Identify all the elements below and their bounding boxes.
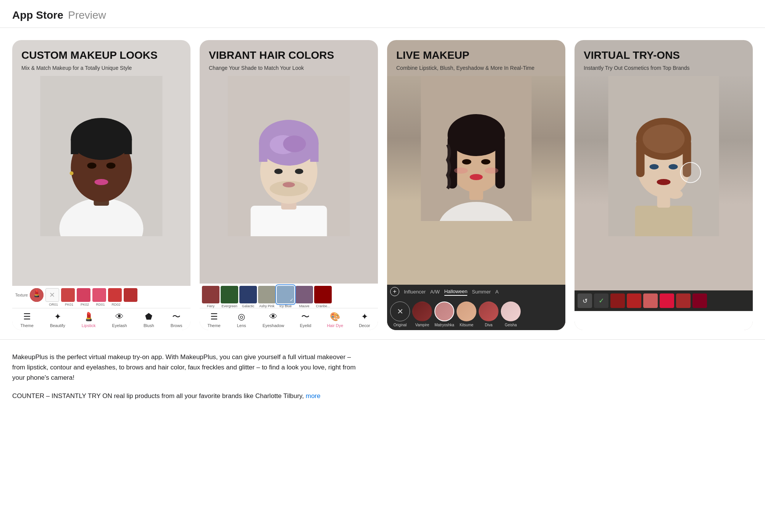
toolbar-2-hairdye[interactable]: 🎨 Hair Dye bbox=[327, 311, 343, 328]
decor-icon: ✦ bbox=[359, 311, 370, 322]
swatch-galactic[interactable]: Galactic bbox=[239, 286, 257, 308]
swatch-rd02[interactable] bbox=[124, 288, 137, 302]
label-rd01: RD01 bbox=[94, 303, 107, 306]
card-2-subtitle: Change Your Shade to Match Your Look bbox=[209, 64, 369, 71]
swatch-or01[interactable] bbox=[61, 288, 75, 302]
svg-point-7 bbox=[87, 163, 97, 169]
card-1-title: CUSTOM MAKEUP LOOKS bbox=[21, 49, 181, 61]
preset-kitsume[interactable]: Kitsume bbox=[457, 301, 476, 327]
toolbar-beautify[interactable]: ✦ Beautify bbox=[50, 311, 65, 328]
swatch-cranberry[interactable]: Cranbe... bbox=[314, 286, 332, 308]
card-3-title: LIVE MAKEUP bbox=[396, 49, 556, 61]
card-4-text-area: VIRTUAL TRY-ONS Instantly Try Out Cosmet… bbox=[575, 40, 753, 76]
toolbar-2-eyeshadow[interactable]: 👁 Eyeshadow bbox=[263, 311, 284, 328]
tab-summer[interactable]: Summer bbox=[472, 288, 491, 295]
swatch-rd01[interactable] bbox=[108, 288, 122, 302]
plus-button[interactable]: + bbox=[390, 287, 399, 296]
swatch-ashy-pink-label: Ashy Pink bbox=[259, 304, 274, 308]
swatch-mauve[interactable]: Mauve bbox=[295, 286, 313, 308]
card-3-subtitle: Combine Lipstick, Blush, Eyeshadow & Mor… bbox=[396, 64, 556, 71]
blush-icon: ⬟ bbox=[144, 311, 154, 322]
eyeshadow-label: Eyeshadow bbox=[263, 323, 284, 328]
tryon-swatches-area: ↺ ✓ bbox=[575, 290, 753, 311]
tab-influencer[interactable]: Influencer bbox=[404, 288, 426, 295]
toolbar-2-decor[interactable]: ✦ Decor bbox=[359, 311, 370, 328]
toolbar-blush[interactable]: ⬟ Blush bbox=[144, 311, 154, 328]
svg-point-47 bbox=[669, 164, 678, 169]
card-1-subtitle: Mix & Match Makeup for a Totally Unique … bbox=[21, 64, 181, 71]
tryon-undo-button[interactable]: ↺ bbox=[578, 293, 592, 308]
card-2-hairdye-area: Fiery Evergreen Galactic Ashy Pink ✓ bbox=[200, 284, 378, 308]
svg-rect-32 bbox=[495, 135, 505, 189]
tryon-swatch-3[interactable] bbox=[643, 293, 658, 308]
svg-point-35 bbox=[470, 174, 483, 180]
theme-icon: ☰ bbox=[22, 311, 32, 322]
card-4-subtitle: Instantly Try Out Cosmetics from Top Bra… bbox=[584, 64, 744, 71]
svg-point-24 bbox=[295, 169, 303, 174]
swatch-fiery-label: Fiery bbox=[207, 304, 215, 308]
card-1-swatches-area: Texture 💄 ✕ OR01 PK01 PK02 RD01 RD02 bbox=[12, 286, 190, 308]
preset-cancel[interactable]: ✕ Original bbox=[390, 301, 410, 327]
tryon-swatch-6[interactable] bbox=[692, 293, 707, 308]
preset-vampire[interactable]: Vampire bbox=[412, 301, 432, 327]
app-store-label: App Store bbox=[12, 9, 63, 21]
card-2-toolbar: ☰ Theme ◎ Lens 👁 Eyeshadow 〜 Eyelid 🎨 Ha… bbox=[200, 308, 378, 330]
svg-rect-5 bbox=[71, 139, 79, 154]
svg-rect-43 bbox=[636, 139, 645, 177]
more-link[interactable]: more bbox=[306, 392, 321, 400]
swatch-icy-blue[interactable]: ✓ Icy Blue bbox=[277, 286, 294, 308]
toolbar-2-theme[interactable]: ☰ Theme bbox=[207, 311, 220, 328]
toolbar-theme[interactable]: ☰ Theme bbox=[21, 311, 34, 328]
toolbar-2-lens[interactable]: ◎ Lens bbox=[236, 311, 247, 328]
live-tab-bar: + Influencer A/W Halloween Summer A bbox=[387, 285, 565, 298]
eyelid-icon: 〜 bbox=[300, 311, 311, 322]
swatch-cranberry-label: Cranbe... bbox=[316, 304, 330, 308]
tab-halloween[interactable]: Halloween bbox=[444, 288, 468, 296]
swatch-ashy-pink[interactable]: Ashy Pink bbox=[258, 286, 276, 308]
svg-point-23 bbox=[274, 169, 283, 174]
card-1-text-area: CUSTOM MAKEUP LOOKS Mix & Match Makeup f… bbox=[12, 40, 190, 76]
cancel-preset-button[interactable]: ✕ bbox=[390, 301, 410, 321]
matryoshka-thumb bbox=[434, 301, 454, 321]
card-2-image bbox=[200, 76, 378, 284]
tryon-check-button[interactable]: ✓ bbox=[594, 293, 608, 308]
person-image-4 bbox=[575, 76, 753, 236]
lipstick-icon-swatch[interactable]: 💄 bbox=[30, 288, 44, 302]
svg-point-9 bbox=[95, 179, 108, 185]
svg-rect-19 bbox=[259, 143, 268, 162]
swatch-evergreen[interactable]: Evergreen bbox=[221, 286, 238, 308]
swatch-pk02[interactable] bbox=[92, 288, 106, 302]
svg-point-33 bbox=[462, 159, 471, 164]
tryon-swatch-1[interactable] bbox=[610, 293, 625, 308]
swatch-pk01[interactable] bbox=[77, 288, 90, 302]
lens-icon: ◎ bbox=[236, 311, 247, 322]
vampire-thumb bbox=[412, 301, 432, 321]
svg-point-8 bbox=[107, 163, 116, 169]
toolbar-brows[interactable]: 〜 Brows bbox=[171, 311, 182, 328]
theme-2-icon: ☰ bbox=[209, 311, 219, 322]
tab-more[interactable]: A bbox=[495, 288, 499, 295]
card-1-image bbox=[12, 76, 190, 286]
cancel-swatch[interactable]: ✕ bbox=[45, 288, 59, 302]
secondary-description: COUNTER – INSTANTLY TRY ON real lip prod… bbox=[12, 391, 753, 401]
svg-point-48 bbox=[657, 179, 671, 185]
toolbar-lipstick[interactable]: 💄 Lipstick bbox=[82, 311, 96, 328]
svg-rect-6 bbox=[124, 139, 132, 154]
card-1-swatches-row: Texture 💄 ✕ bbox=[15, 288, 187, 302]
preset-matryoshka[interactable]: Matryoshka bbox=[434, 301, 454, 327]
lens-label: Lens bbox=[237, 323, 246, 328]
kitsume-label: Kitsume bbox=[460, 323, 473, 327]
preset-diva[interactable]: Diva bbox=[479, 301, 499, 327]
toolbar-eyelash[interactable]: 👁 Eyelash bbox=[112, 311, 127, 328]
svg-point-49 bbox=[668, 190, 683, 199]
preset-geisha[interactable]: Geisha bbox=[501, 301, 521, 327]
swatch-fiery[interactable]: Fiery bbox=[202, 286, 219, 308]
diva-thumb bbox=[479, 301, 499, 321]
tab-aw[interactable]: A/W bbox=[430, 288, 440, 295]
toolbar-2-eyelid[interactable]: 〜 Eyelid bbox=[300, 311, 311, 328]
swatch-icy-blue-label: Icy Blue bbox=[279, 304, 292, 308]
tryon-swatch-2[interactable] bbox=[627, 293, 641, 308]
hairdye-icon: 🎨 bbox=[330, 311, 341, 322]
tryon-swatch-5[interactable] bbox=[676, 293, 691, 308]
tryon-swatch-4[interactable] bbox=[660, 293, 674, 308]
